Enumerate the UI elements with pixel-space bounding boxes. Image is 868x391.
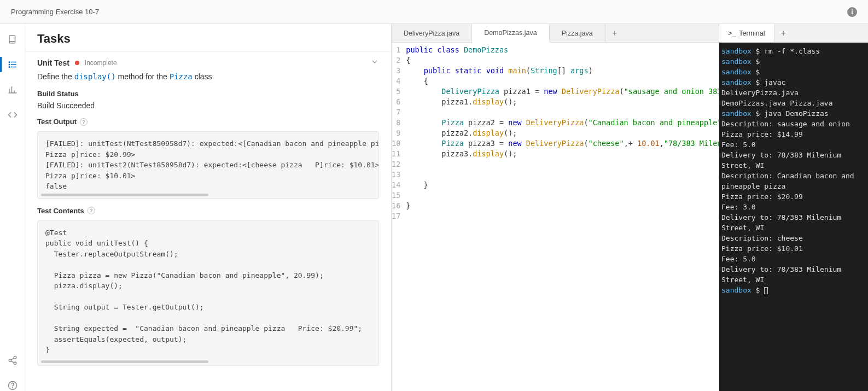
tab-demopizzas[interactable]: DemoPizzas.java [472,24,550,43]
status-dot-icon [75,61,79,65]
info-icon[interactable]: i [847,7,857,17]
tasks-panel: Tasks Unit Test Incomplete Define the di… [25,24,392,391]
page-title: Programming Exercise 10-7 [11,8,99,16]
tasks-heading: Tasks [25,24,391,51]
terminal-icon: >_ [728,30,736,37]
terminal-tabs: >_ Terminal + [719,24,868,43]
svg-point-16 [12,387,13,388]
svg-point-11 [9,359,11,362]
svg-line-13 [11,358,14,360]
test-contents-box[interactable]: @Test public void unitTest() { Tester.re… [37,220,379,366]
code-icon[interactable] [7,109,18,120]
add-terminal-button[interactable]: + [774,24,793,42]
book-icon[interactable] [7,34,18,45]
chart-icon[interactable] [7,84,18,95]
svg-point-5 [9,67,10,68]
terminal-panel: >_ Terminal + sandbox $ rm -f *.class sa… [719,24,868,391]
build-status-value: Build Succeeded [37,101,379,110]
terminal-body[interactable]: sandbox $ rm -f *.class sandbox $ sandbo… [719,43,868,391]
editor-tabs: DeliveryPizza.java DemoPizzas.java Pizza… [392,24,719,43]
unit-test-title: Unit Test [37,59,69,67]
code-editor[interactable]: 1 2 3 4 5 6 7 8 9 10 11 12 13 14 15 16 1… [392,43,719,391]
test-output-box[interactable]: [FAILED]: unitTest(NtTest850958d7): expe… [37,131,379,199]
sidebar [0,24,25,391]
svg-point-12 [14,362,16,365]
svg-line-14 [11,361,14,363]
line-gutter: 1 2 3 4 5 6 7 8 9 10 11 12 13 14 15 16 1… [392,43,404,391]
task-item: Unit Test Incomplete Define the display(… [25,51,391,391]
test-contents-label: Test Contents? [37,207,379,215]
help-circle-icon[interactable]: ? [88,207,95,214]
tab-terminal[interactable]: >_ Terminal [719,24,774,42]
editor-panel: DeliveryPizza.java DemoPizzas.java Pizza… [392,24,719,391]
add-tab-button[interactable]: + [605,24,624,42]
code-lines[interactable]: public class DemoPizzas { public static … [404,43,719,391]
share-icon[interactable] [7,355,18,366]
chevron-down-icon[interactable] [370,57,379,68]
build-status-label: Build Status [37,90,379,98]
svg-point-4 [9,64,10,65]
tasks-icon[interactable] [7,59,18,70]
help-icon[interactable] [7,380,18,391]
svg-point-3 [9,62,10,63]
topbar: Programming Exercise 10-7 i [0,0,868,24]
test-output-label: Test Output? [37,118,379,126]
tab-deliverypizza[interactable]: DeliveryPizza.java [392,24,472,42]
help-circle-icon[interactable]: ? [80,118,88,126]
status-badge: Incomplete [85,59,117,67]
tab-pizza[interactable]: Pizza.java [550,24,605,42]
svg-point-10 [14,357,16,359]
task-description: Define the display() method for the Pizz… [37,72,379,81]
